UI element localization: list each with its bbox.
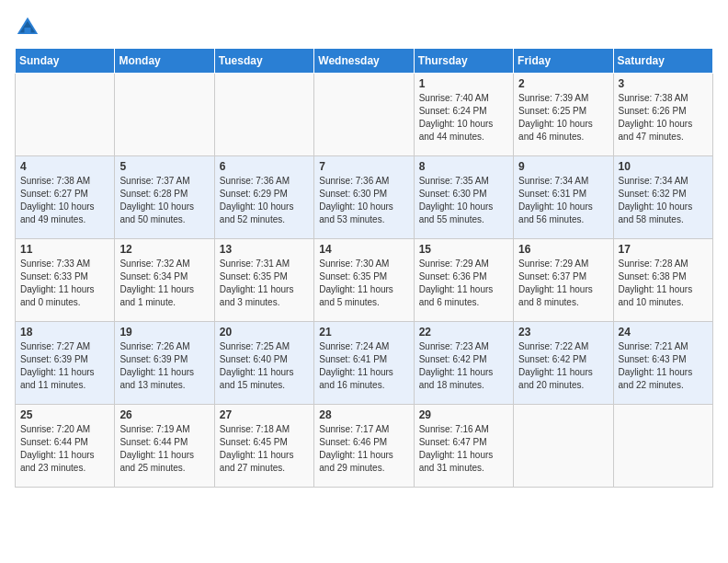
- day-number: 22: [419, 326, 508, 339]
- calendar-cell: [214, 74, 313, 156]
- day-info: Sunrise: 7:39 AM Sunset: 6:25 PM Dayligh…: [518, 92, 608, 144]
- day-number: 20: [220, 326, 309, 339]
- calendar-cell: 6Sunrise: 7:36 AM Sunset: 6:29 PM Daylig…: [214, 156, 313, 239]
- day-info: Sunrise: 7:38 AM Sunset: 6:27 PM Dayligh…: [20, 175, 109, 226]
- day-info: Sunrise: 7:29 AM Sunset: 6:37 PM Dayligh…: [518, 258, 608, 309]
- calendar-cell: [613, 405, 712, 488]
- header-row: SundayMondayTuesdayWednesdayThursdayFrid…: [16, 49, 713, 74]
- calendar-cell: 13Sunrise: 7:31 AM Sunset: 6:35 PM Dayli…: [214, 239, 313, 322]
- day-info: Sunrise: 7:24 AM Sunset: 6:41 PM Dayligh…: [319, 340, 408, 392]
- calendar-cell: 22Sunrise: 7:23 AM Sunset: 6:42 PM Dayli…: [414, 322, 513, 405]
- calendar-cell: 14Sunrise: 7:30 AM Sunset: 6:35 PM Dayli…: [314, 239, 414, 322]
- logo: [15, 15, 44, 40]
- col-header-wednesday: Wednesday: [314, 49, 414, 74]
- day-info: Sunrise: 7:16 AM Sunset: 6:47 PM Dayligh…: [419, 423, 508, 475]
- day-number: 16: [518, 243, 608, 256]
- day-info: Sunrise: 7:17 AM Sunset: 6:46 PM Dayligh…: [319, 423, 408, 475]
- day-number: 25: [20, 408, 109, 421]
- week-row-4: 18Sunrise: 7:27 AM Sunset: 6:39 PM Dayli…: [16, 322, 713, 405]
- calendar-cell: 5Sunrise: 7:37 AM Sunset: 6:28 PM Daylig…: [115, 156, 214, 239]
- logo-icon: [15, 15, 40, 40]
- day-number: 10: [619, 160, 708, 173]
- day-info: Sunrise: 7:34 AM Sunset: 6:32 PM Dayligh…: [619, 175, 708, 226]
- calendar-cell: 16Sunrise: 7:29 AM Sunset: 6:37 PM Dayli…: [514, 239, 613, 322]
- calendar-cell: 12Sunrise: 7:32 AM Sunset: 6:34 PM Dayli…: [115, 239, 214, 322]
- calendar-cell: 1Sunrise: 7:40 AM Sunset: 6:24 PM Daylig…: [414, 74, 513, 156]
- week-row-2: 4Sunrise: 7:38 AM Sunset: 6:27 PM Daylig…: [16, 156, 713, 239]
- day-number: 14: [319, 243, 408, 256]
- day-info: Sunrise: 7:18 AM Sunset: 6:45 PM Dayligh…: [220, 423, 309, 475]
- day-number: 17: [619, 243, 708, 256]
- day-info: Sunrise: 7:26 AM Sunset: 6:39 PM Dayligh…: [119, 340, 209, 392]
- calendar-cell: 25Sunrise: 7:20 AM Sunset: 6:44 PM Dayli…: [16, 405, 115, 488]
- day-info: Sunrise: 7:21 AM Sunset: 6:43 PM Dayligh…: [619, 340, 708, 392]
- day-info: Sunrise: 7:30 AM Sunset: 6:35 PM Dayligh…: [319, 258, 408, 309]
- day-number: 15: [419, 243, 508, 256]
- calendar-cell: [314, 74, 414, 156]
- calendar-cell: 26Sunrise: 7:19 AM Sunset: 6:44 PM Dayli…: [115, 405, 214, 488]
- calendar-cell: 8Sunrise: 7:35 AM Sunset: 6:30 PM Daylig…: [414, 156, 513, 239]
- day-number: 8: [419, 160, 508, 173]
- week-row-5: 25Sunrise: 7:20 AM Sunset: 6:44 PM Dayli…: [16, 405, 713, 488]
- day-number: 7: [319, 160, 408, 173]
- col-header-monday: Monday: [115, 49, 214, 74]
- day-info: Sunrise: 7:37 AM Sunset: 6:28 PM Dayligh…: [119, 175, 209, 226]
- col-header-sunday: Sunday: [16, 49, 115, 74]
- day-number: 19: [119, 326, 209, 339]
- col-header-thursday: Thursday: [414, 49, 513, 74]
- calendar-cell: 2Sunrise: 7:39 AM Sunset: 6:25 PM Daylig…: [514, 74, 613, 156]
- day-info: Sunrise: 7:23 AM Sunset: 6:42 PM Dayligh…: [419, 340, 508, 392]
- calendar-cell: 27Sunrise: 7:18 AM Sunset: 6:45 PM Dayli…: [214, 405, 313, 488]
- calendar-cell: 11Sunrise: 7:33 AM Sunset: 6:33 PM Dayli…: [16, 239, 115, 322]
- day-number: 24: [619, 326, 708, 339]
- day-info: Sunrise: 7:22 AM Sunset: 6:42 PM Dayligh…: [518, 340, 608, 392]
- calendar-cell: 28Sunrise: 7:17 AM Sunset: 6:46 PM Dayli…: [314, 405, 414, 488]
- day-number: 27: [220, 408, 309, 421]
- week-row-3: 11Sunrise: 7:33 AM Sunset: 6:33 PM Dayli…: [16, 239, 713, 322]
- calendar-cell: 10Sunrise: 7:34 AM Sunset: 6:32 PM Dayli…: [613, 156, 712, 239]
- day-info: Sunrise: 7:38 AM Sunset: 6:26 PM Dayligh…: [619, 92, 708, 144]
- col-header-tuesday: Tuesday: [214, 49, 313, 74]
- day-number: 1: [419, 77, 508, 90]
- day-number: 21: [319, 326, 408, 339]
- calendar-cell: [16, 74, 115, 156]
- calendar-cell: [514, 405, 613, 488]
- day-number: 3: [619, 77, 708, 90]
- day-number: 13: [220, 243, 309, 256]
- day-number: 12: [119, 243, 209, 256]
- day-number: 23: [518, 326, 608, 339]
- day-info: Sunrise: 7:32 AM Sunset: 6:34 PM Dayligh…: [119, 258, 209, 309]
- calendar-cell: 15Sunrise: 7:29 AM Sunset: 6:36 PM Dayli…: [414, 239, 513, 322]
- day-number: 4: [20, 160, 109, 173]
- day-info: Sunrise: 7:29 AM Sunset: 6:36 PM Dayligh…: [419, 258, 508, 309]
- calendar-cell: 17Sunrise: 7:28 AM Sunset: 6:38 PM Dayli…: [613, 239, 712, 322]
- calendar-cell: 24Sunrise: 7:21 AM Sunset: 6:43 PM Dayli…: [613, 322, 712, 405]
- calendar-cell: 7Sunrise: 7:36 AM Sunset: 6:30 PM Daylig…: [314, 156, 414, 239]
- calendar-cell: 3Sunrise: 7:38 AM Sunset: 6:26 PM Daylig…: [613, 74, 712, 156]
- day-info: Sunrise: 7:34 AM Sunset: 6:31 PM Dayligh…: [518, 175, 608, 226]
- calendar-cell: 18Sunrise: 7:27 AM Sunset: 6:39 PM Dayli…: [16, 322, 115, 405]
- svg-rect-2: [25, 28, 31, 34]
- day-number: 2: [518, 77, 608, 90]
- day-number: 18: [20, 326, 109, 339]
- day-info: Sunrise: 7:36 AM Sunset: 6:29 PM Dayligh…: [220, 175, 309, 226]
- calendar-cell: [115, 74, 214, 156]
- day-info: Sunrise: 7:35 AM Sunset: 6:30 PM Dayligh…: [419, 175, 508, 226]
- day-info: Sunrise: 7:28 AM Sunset: 6:38 PM Dayligh…: [619, 258, 708, 309]
- day-info: Sunrise: 7:20 AM Sunset: 6:44 PM Dayligh…: [20, 423, 109, 475]
- calendar-cell: 4Sunrise: 7:38 AM Sunset: 6:27 PM Daylig…: [16, 156, 115, 239]
- day-info: Sunrise: 7:31 AM Sunset: 6:35 PM Dayligh…: [220, 258, 309, 309]
- calendar-cell: 23Sunrise: 7:22 AM Sunset: 6:42 PM Dayli…: [514, 322, 613, 405]
- day-number: 6: [220, 160, 309, 173]
- calendar-cell: 9Sunrise: 7:34 AM Sunset: 6:31 PM Daylig…: [514, 156, 613, 239]
- day-info: Sunrise: 7:33 AM Sunset: 6:33 PM Dayligh…: [20, 258, 109, 309]
- day-number: 11: [20, 243, 109, 256]
- day-info: Sunrise: 7:25 AM Sunset: 6:40 PM Dayligh…: [220, 340, 309, 392]
- day-info: Sunrise: 7:36 AM Sunset: 6:30 PM Dayligh…: [319, 175, 408, 226]
- day-number: 9: [518, 160, 608, 173]
- day-number: 26: [119, 408, 209, 421]
- day-info: Sunrise: 7:27 AM Sunset: 6:39 PM Dayligh…: [20, 340, 109, 392]
- day-number: 29: [419, 408, 508, 421]
- day-info: Sunrise: 7:40 AM Sunset: 6:24 PM Dayligh…: [419, 92, 508, 144]
- calendar-table: SundayMondayTuesdayWednesdayThursdayFrid…: [15, 48, 713, 488]
